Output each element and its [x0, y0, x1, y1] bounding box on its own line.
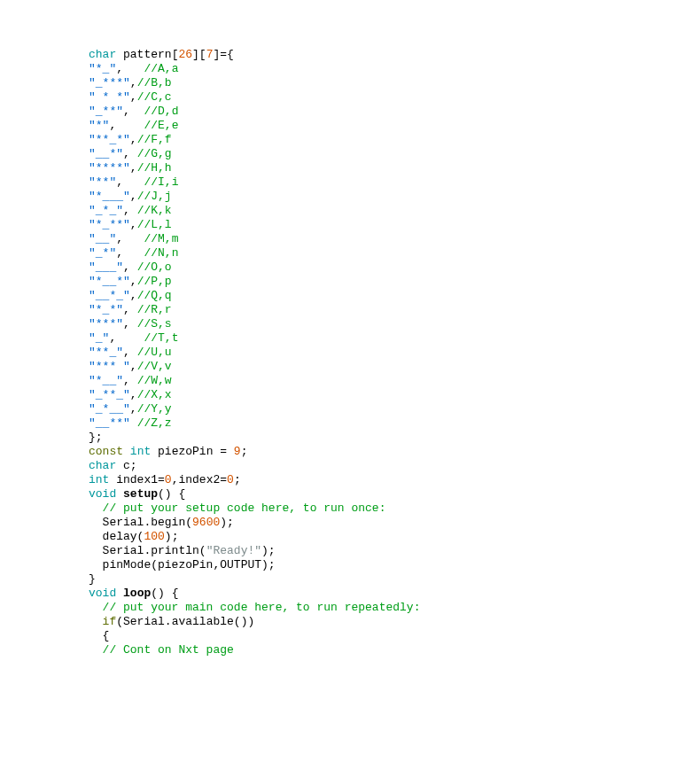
string-literal: "*_*" [89, 303, 123, 316]
code-line: "*_", //A,a [89, 62, 700, 76]
keyword-char: char [89, 459, 116, 472]
code-line: const int piezoPin = 9; [89, 445, 700, 459]
code-line: "__**" //Z,z [89, 416, 700, 431]
keyword-if: if [103, 615, 117, 628]
code-line: "__*_",//Q,q [89, 289, 700, 303]
string-literal: "_" [89, 331, 109, 345]
comment: //O,o [137, 260, 172, 274]
code-line: "*__*",//P,p [89, 275, 700, 289]
number: 9 [234, 445, 241, 458]
code-line: pinMode(piezoPin,OUTPUT); [89, 558, 700, 572]
code-line: void loop() { [89, 587, 700, 601]
code-line: "*__", //W,w [89, 374, 700, 388]
comment: //Y,y [137, 402, 172, 416]
code-line: "_**_",//X,x [89, 388, 700, 402]
code-line: // Cont on Nxt page [89, 643, 700, 657]
code-line: "*___",//J,j [89, 190, 700, 204]
string-literal: "_*_" [89, 204, 123, 217]
string-literal: "_***" [89, 76, 130, 89]
string-literal: "**" [89, 175, 116, 189]
code-line: "___", //O,o [89, 260, 700, 275]
identifier-index2: ,index2= [172, 473, 227, 486]
code-line: "_*", //N,n [89, 246, 700, 260]
code-line: "***", //S,s [89, 317, 700, 331]
string-literal: "_**" [89, 105, 123, 118]
keyword-int: int [89, 473, 109, 486]
code-line: "__", //M,m [89, 232, 700, 246]
string-literal: "*** " [89, 360, 130, 373]
comment: //X,x [137, 388, 172, 401]
keyword-char: char [89, 48, 116, 61]
code-line: }; [89, 431, 700, 445]
string-literal: " * *" [89, 90, 130, 104]
code-line: { [89, 629, 700, 643]
comment: //D,d [144, 105, 178, 118]
string-literal: "**_" [89, 346, 123, 359]
code-line: "__*", //G,g [89, 147, 700, 161]
code-line: if(Serial.available()) [89, 615, 700, 629]
comment: //F,f [137, 133, 172, 146]
code-line: Serial.begin(9600); [89, 516, 700, 530]
comment: //C,c [137, 90, 172, 104]
comment: //A,a [144, 62, 178, 75]
identifier-piezoPin: piezoPin = [151, 445, 234, 458]
identifier-c: c; [116, 459, 136, 472]
code-line: char pattern[26][7]={ [89, 48, 700, 62]
keyword-void: void [89, 587, 116, 600]
code-line: } [89, 572, 700, 587]
identifier-pattern: pattern[ [116, 48, 178, 61]
comment: //Z,z [137, 416, 172, 430]
func-loop: loop [123, 587, 151, 600]
code-line: "_**", //D,d [89, 105, 700, 119]
code-line: "_*__",//Y,y [89, 402, 700, 416]
comment: //G,g [137, 147, 172, 160]
comment: //U,u [137, 346, 172, 359]
code-line: "*", //E,e [89, 119, 700, 133]
code-line: int index1=0,index2=0; [89, 473, 700, 487]
string-literal: "___" [89, 260, 123, 274]
number: 9600 [192, 516, 220, 529]
comment: //P,p [137, 275, 172, 288]
comment: //S,s [137, 317, 172, 330]
code-line: " * *",//C,c [89, 90, 700, 105]
comment: //M,m [144, 232, 178, 245]
string-literal: "*__*" [89, 275, 130, 288]
string-literal: "*__" [89, 374, 123, 387]
string-literal: "__*" [89, 147, 123, 160]
string-literal: "***" [89, 317, 123, 330]
code-line: "_***",//B,b [89, 76, 700, 90]
comment: //T,t [144, 331, 178, 345]
func-setup: setup [123, 487, 158, 501]
comment: // put your main code here, to run repea… [89, 601, 420, 614]
keyword-int: int [130, 445, 151, 458]
number: 0 [227, 473, 234, 486]
string-literal: "__" [89, 232, 116, 245]
identifier-index1: index1= [109, 473, 164, 486]
string-literal: "_*" [89, 246, 116, 260]
comment: //W,w [137, 374, 172, 387]
string-literal: "_**_" [89, 388, 130, 401]
comment: //H,h [137, 161, 172, 175]
string-literal: "_*__" [89, 402, 130, 416]
code-block: char pattern[26][7]={"*_", //A,a"_***",/… [89, 48, 700, 657]
comment: //R,r [137, 303, 172, 316]
code-line: "**", //I,i [89, 175, 700, 190]
string-literal: "*___" [89, 190, 130, 203]
string-literal: "*_" [89, 62, 116, 75]
code-line: "_*_", //K,k [89, 204, 700, 218]
comment: //I,i [144, 175, 178, 189]
comment: //N,n [144, 246, 178, 260]
string-literal: "__*_" [89, 289, 130, 302]
string-literal: "*_**" [89, 218, 130, 231]
number: 26 [178, 48, 192, 61]
comment: //K,k [137, 204, 172, 217]
comment: //V,v [137, 360, 172, 373]
code-line: Serial.println("Ready!"); [89, 544, 700, 558]
comment: // put your setup code here, to run once… [89, 502, 385, 515]
comment: //L,l [137, 218, 172, 231]
code-line: "*_**",//L,l [89, 218, 700, 232]
keyword-void: void [89, 487, 116, 501]
code-line: "**_*",//F,f [89, 133, 700, 147]
comment: //J,j [137, 190, 172, 203]
string-literal: "****" [89, 161, 130, 175]
